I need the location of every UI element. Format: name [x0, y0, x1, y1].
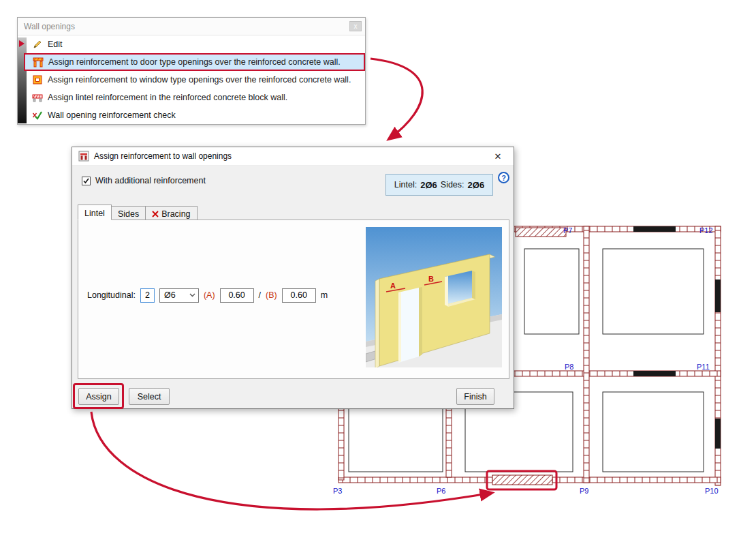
tab-bar: Lintel Sides Bracing — [78, 205, 197, 220]
wall-opening-illustration: A B — [366, 227, 502, 367]
illustration-label-b: B — [428, 275, 434, 283]
menu-item-label: Wall opening reinforcement check — [48, 110, 176, 120]
assign-button[interactable]: Assign — [78, 388, 119, 405]
illustration-label-a: A — [390, 282, 396, 290]
wall-openings-menu-window: Wall openings x Edit Assign reinforcemen… — [17, 17, 366, 125]
menu-item-label: Assign reinforcement to window type open… — [48, 75, 351, 85]
plan-label-p10: P10 — [705, 487, 719, 495]
menu-item-label: Assign reinforcement to door type openin… — [48, 57, 341, 67]
dialog-title: Assign reinforcement to wall openings — [94, 151, 232, 161]
dimension-b-input[interactable] — [282, 288, 316, 303]
finish-button[interactable]: Finish — [456, 388, 494, 405]
bar-diameter-dropdown[interactable]: Ø6 — [159, 288, 199, 303]
chevron-down-icon — [189, 293, 195, 297]
additional-reinforcement-checkbox[interactable] — [82, 177, 91, 185]
checkmark-icon — [82, 177, 90, 185]
wall-opening-hatch-bottom[interactable] — [492, 475, 552, 485]
check-icon — [32, 110, 43, 121]
additional-reinforcement-label: With additional reinforcement — [95, 176, 206, 185]
dimension-b-label: (B) — [266, 290, 277, 300]
plan-solid-wall-segments — [633, 226, 721, 449]
menu-title: Wall openings — [24, 22, 75, 31]
longitudinal-label: Longitudinal: — [87, 290, 136, 300]
bar-diameter-value: Ø6 — [164, 290, 176, 300]
plan-label-p7: P7 — [563, 226, 572, 235]
menu-item-label: Edit — [48, 40, 63, 49]
wall-opening-hatch-top[interactable] — [516, 228, 566, 237]
dialog-close-button[interactable]: ✕ — [488, 151, 507, 162]
plan-label-p9: P9 — [580, 487, 588, 495]
assign-reinforcement-dialog: Assign reinforcement to wall openings ✕ … — [72, 147, 514, 409]
summary-lintel-value: 2Ø6 — [420, 180, 437, 190]
dimension-a-input[interactable] — [220, 288, 254, 303]
tab-sides[interactable]: Sides — [111, 206, 146, 220]
dialog-app-icon — [78, 151, 89, 162]
help-button[interactable]: ? — [498, 172, 509, 183]
tab-lintel[interactable]: Lintel — [78, 205, 112, 220]
menu-titlebar: Wall openings x — [18, 18, 365, 35]
menu-item-label: Assign lintel reinforcement in the reinf… — [48, 93, 287, 102]
reinforcement-summary-box: Lintel: 2Ø6 Sides: 2Ø6 — [385, 174, 493, 196]
select-button[interactable]: Select — [129, 388, 170, 405]
plan-label-p3: P3 — [333, 487, 342, 495]
unit-label: m — [321, 290, 328, 300]
tab-lintel-label: Lintel — [84, 209, 105, 218]
bar-count-input[interactable] — [140, 288, 155, 303]
summary-sides-value: 2Ø6 — [468, 180, 485, 190]
menu-item-edit[interactable]: Edit — [18, 35, 365, 53]
lintel-tab-panel: Longitudinal: Ø6 (A) / (B) m — [78, 220, 509, 379]
tab-bracing[interactable]: Bracing — [145, 206, 197, 220]
arrow-menu-to-dialog — [371, 59, 422, 139]
door-reinforcement-icon — [33, 57, 44, 67]
plan-label-p11: P11 — [697, 363, 710, 371]
plan-label-p6: P6 — [437, 487, 445, 495]
menu-item-lintel-block-wall[interactable]: Assign lintel reinforcement in the reinf… — [18, 89, 365, 106]
red-x-icon — [152, 211, 159, 217]
plan-label-p12: P12 — [699, 226, 713, 235]
lintel-reinforcement-icon — [32, 92, 43, 103]
menu-body: Edit Assign reinforcement to door type o… — [18, 35, 365, 124]
menu-close-button[interactable]: x — [349, 21, 362, 31]
dimension-a-label: (A) — [204, 290, 215, 300]
pencil-icon — [32, 39, 43, 50]
plan-label-p8: P8 — [565, 363, 573, 371]
dimension-separator: / — [259, 290, 261, 300]
summary-lintel-label: Lintel: — [394, 180, 417, 190]
menu-item-window-openings[interactable]: Assign reinforcement to window type open… — [18, 71, 365, 89]
tab-bracing-label: Bracing — [161, 209, 190, 219]
window-reinforcement-icon — [32, 74, 43, 85]
dialog-titlebar[interactable]: Assign reinforcement to wall openings ✕ — [72, 147, 514, 166]
menu-item-reinforcement-check[interactable]: Wall opening reinforcement check — [18, 106, 365, 124]
summary-sides-label: Sides: — [441, 180, 464, 190]
tab-sides-label: Sides — [118, 209, 139, 219]
menu-item-door-openings[interactable]: Assign reinforcement to door type openin… — [24, 53, 365, 71]
